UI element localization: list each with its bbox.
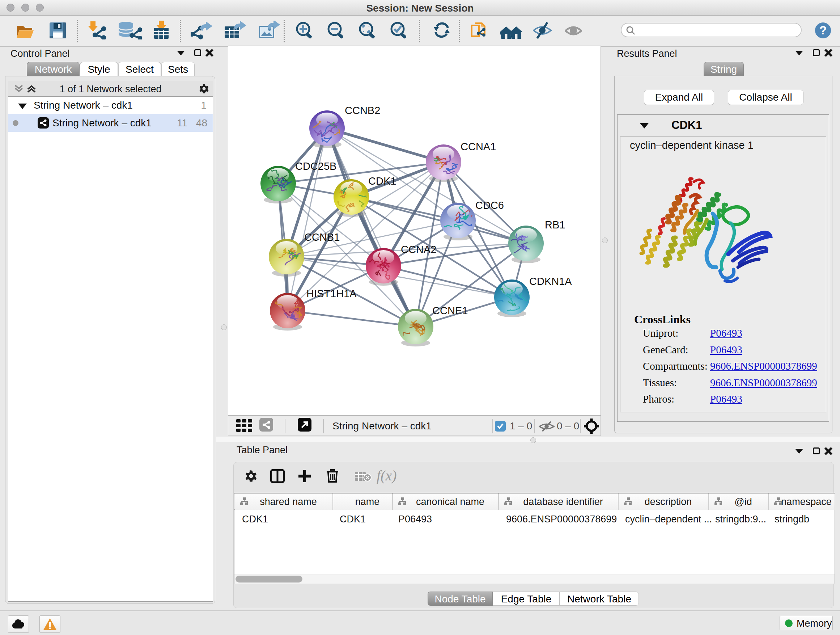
svg-text:CCNA1: CCNA1 (461, 141, 496, 152)
svg-text:RB1: RB1 (545, 219, 565, 231)
svg-text:CDK1: CDK1 (368, 175, 396, 187)
svg-text:CDKN1A: CDKN1A (529, 276, 572, 287)
svg-text:CCNB2: CCNB2 (345, 105, 380, 116)
svg-text:CCNB1: CCNB1 (304, 231, 340, 243)
svg-text:CCNA2: CCNA2 (401, 244, 436, 255)
svg-text:CCNE1: CCNE1 (432, 305, 468, 317)
svg-text:CDC25B: CDC25B (295, 160, 336, 172)
svg-text:CDC6: CDC6 (475, 200, 504, 211)
svg-text:HIST1H1A: HIST1H1A (306, 288, 357, 299)
